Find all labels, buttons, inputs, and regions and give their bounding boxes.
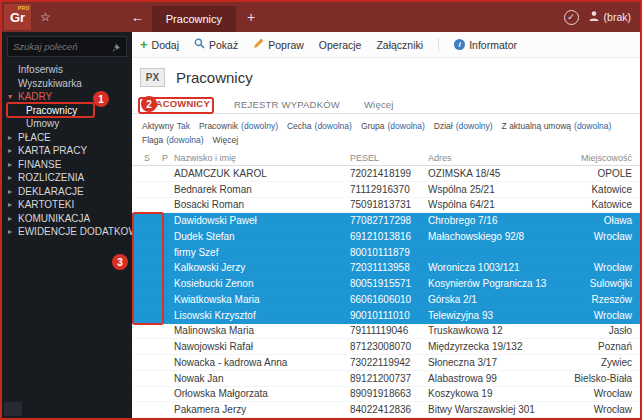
pin-icon[interactable]	[112, 38, 121, 56]
show-button-label: Pokaż	[209, 39, 238, 51]
search-input[interactable]	[13, 41, 109, 52]
table-row[interactable]: Nowak Jan89121200737Alabastrowa 99Bielsk…	[132, 371, 640, 387]
table-row[interactable]: Nowacka - kadrowa Anna73022119942Słonecz…	[132, 355, 640, 371]
sidebar-item-label: KADRY	[18, 91, 52, 102]
tab-rejestr-wypadkow[interactable]: REJESTR WYPADKÓW	[234, 99, 340, 113]
sidebar-item-płace[interactable]: ▸PŁACE	[2, 131, 132, 145]
sidebar-item-label: PŁACE	[18, 132, 51, 143]
cell-name: Nowacka - kadrowa Anna	[174, 357, 350, 368]
cell-pesel: 73022119942	[350, 357, 428, 368]
chevron-right-icon: ▸	[8, 214, 12, 223]
filter-label: Więcej	[213, 133, 239, 147]
column-header-pesel[interactable]: PESEL	[350, 153, 428, 163]
cell-address: Kosynierów Pogranicza 13	[428, 278, 554, 289]
table-row[interactable]: Nawojowski Rafał87123008070Międzyrzecka …	[132, 339, 640, 355]
sidebar-item-wyszukiwarka[interactable]: Wyszukiwarka	[2, 77, 132, 91]
informer-button[interactable]: i Informator	[454, 39, 517, 51]
sidebar-item-ewidencje-dodatkowe[interactable]: ▸EWIDENCJE DODATKOWE	[2, 225, 132, 239]
back-button[interactable]: ←	[131, 10, 144, 25]
column-header-s[interactable]: S	[138, 153, 156, 163]
cell-name: Nawojowski Rafał	[174, 341, 350, 352]
filter-z-aktualną-umową[interactable]: Z aktualną umową(dowolna)	[502, 119, 612, 133]
check-status-icon[interactable]: ✓	[564, 10, 579, 25]
cell-address: Słoneczna 3/17	[428, 357, 554, 368]
cell-city: Katowice	[554, 199, 640, 210]
column-header-nazwisko-i-imię[interactable]: Nazwisko i imię	[174, 153, 350, 163]
sidebar-item-umowy[interactable]: Umowy	[2, 117, 132, 131]
sidebar-collapse-button[interactable]	[4, 402, 22, 416]
filter-flaga[interactable]: Flaga(dowolna)	[142, 133, 204, 147]
user-label: (brak)	[604, 11, 631, 23]
sidebar-item-karta-pracy[interactable]: ▸KARTA PRACY	[2, 144, 132, 158]
cell-pesel: 69121013816	[350, 231, 428, 242]
table-row[interactable]: ADAMCZUK KAROL72021418199OZIMSKA 18/45OP…	[132, 166, 640, 182]
cell-name: firmy Szef	[174, 247, 350, 258]
filter-grupa[interactable]: Grupa(dowolna)	[361, 119, 425, 133]
table-row[interactable]: Kalkowski Jerzy72031113958Woronicza 1003…	[132, 261, 640, 277]
sidebar-item-kadry[interactable]: ▾KADRY	[2, 90, 132, 104]
pencil-icon	[253, 38, 264, 51]
cell-pesel: 87123008070	[350, 341, 428, 352]
logo-pro-badge: PRO	[18, 5, 30, 11]
table-row[interactable]: Bednarek Roman71112916370Wspólna 25/21Ka…	[132, 182, 640, 198]
cell-pesel: 80010111879	[350, 247, 428, 258]
filter-value: (dowolna)	[315, 119, 352, 133]
filter-cecha[interactable]: Cecha(dowolna)	[287, 119, 352, 133]
filter-pracownik[interactable]: Pracownik(dowolny)	[199, 119, 278, 133]
sidebar-item-rozliczenia[interactable]: ▸ROZLICZENIA	[2, 171, 132, 185]
sidebar-item-pracownicy[interactable]: Pracownicy	[2, 104, 132, 118]
view-tabs: PRACOWNICY REJESTR WYPADKÓW Więcej	[132, 96, 640, 114]
show-button[interactable]: Pokaż	[194, 38, 238, 51]
filter-dział[interactable]: Dział(dowolny)	[434, 119, 493, 133]
table-row[interactable]: Orłowska Małgorzata89091918663Koszykowa …	[132, 387, 640, 403]
edit-button[interactable]: Popraw	[253, 38, 304, 51]
table-row[interactable]: Pakamera Jerzy84022412836Bitwy Warszawsk…	[132, 402, 640, 418]
table-row[interactable]: Lisowski Krzysztof90010111010Telewizyjna…	[132, 308, 640, 324]
table-row[interactable]: Dudek Stefan69121013816Małachowskiego 92…	[132, 229, 640, 245]
operations-label: Operacje	[319, 39, 362, 51]
table-header: SPNazwisko i imięPESELAdresMiejscowość	[132, 150, 640, 166]
filter-value: (dowolny)	[456, 119, 493, 133]
column-header-adres[interactable]: Adres	[428, 153, 554, 163]
sidebar-item-label: KARTOTEKI	[18, 199, 74, 210]
document-tab-pracownicy[interactable]: Pracownicy	[152, 6, 236, 32]
filter-więcej[interactable]: Więcej	[213, 133, 239, 147]
app-logo[interactable]: Gr PRO	[4, 4, 31, 30]
cell-pesel: 77082717298	[350, 215, 428, 226]
filter-aktywny[interactable]: AktywnyTak	[142, 119, 190, 133]
cell-pesel: 72021418199	[350, 168, 428, 179]
sidebar-item-infoserwis[interactable]: Infoserwis	[2, 63, 132, 77]
operations-menu[interactable]: Operacje	[319, 39, 362, 51]
user-menu[interactable]: (brak)	[588, 10, 631, 24]
table-row[interactable]: Malinowska Maria79111119046Truskawkowa 1…	[132, 324, 640, 340]
sidebar-item-finanse[interactable]: ▸FINANSE	[2, 158, 132, 172]
chevron-right-icon: ▸	[8, 160, 12, 169]
sidebar-item-komunikacja[interactable]: ▸KOMUNIKACJA	[2, 212, 132, 226]
cell-name: Nowak Jan	[174, 373, 350, 384]
new-tab-button[interactable]: +	[247, 9, 255, 25]
filter-bar: AktywnyTakPracownik(dowolny)Cecha(dowoln…	[132, 114, 640, 150]
command-search[interactable]	[7, 36, 127, 57]
table-row[interactable]: Kosiebucki Zenon80051915571Kosynierów Po…	[132, 276, 640, 292]
cell-address: Małachowskiego 92/8	[428, 231, 554, 242]
annotation-circle-3: 3	[112, 254, 128, 270]
plus-icon: +	[140, 38, 148, 51]
cell-pesel: 89091918663	[350, 388, 428, 399]
sidebar-item-deklaracje[interactable]: ▸DEKLARACJE	[2, 185, 132, 199]
filter-label: Grupa	[361, 119, 385, 133]
column-header-p[interactable]: P	[156, 153, 174, 163]
table-row[interactable]: Dawidowski Paweł77082717298Chrobrego 7/1…	[132, 213, 640, 229]
table-row[interactable]: Bosacki Roman75091813731Wspólna 64/21Kat…	[132, 198, 640, 214]
tab-wiecej[interactable]: Więcej	[364, 99, 394, 113]
favorites-star-icon[interactable]: ☆	[40, 10, 51, 24]
table-row[interactable]: firmy Szef80010111879	[132, 245, 640, 261]
filter-label: Pracownik	[199, 119, 238, 133]
attachments-menu[interactable]: Załączniki	[376, 39, 423, 51]
column-header-miejscowość[interactable]: Miejscowość	[554, 153, 640, 163]
sidebar-item-kartoteki[interactable]: ▸KARTOTEKI	[2, 198, 132, 212]
sidebar-item-label: KOMUNIKACJA	[18, 213, 90, 224]
filter-value: (dowolny)	[241, 119, 278, 133]
add-button[interactable]: + Dodaj	[140, 38, 179, 51]
table-row[interactable]: Kwiatkowska Maria66061606010Górska 2/1Rz…	[132, 292, 640, 308]
cell-name: Kwiatkowska Maria	[174, 294, 350, 305]
